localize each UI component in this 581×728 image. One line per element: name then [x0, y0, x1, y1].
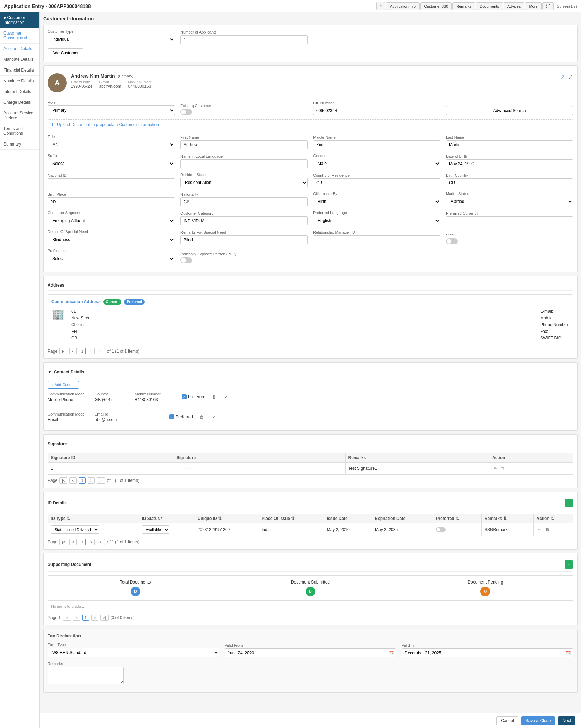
- tax-remarks-input[interactable]: [48, 667, 124, 684]
- sidebar-item-terms-conditions[interactable]: Terms and Conditions: [0, 123, 39, 139]
- id-type-select[interactable]: State Issued Drivers License: [51, 525, 99, 534]
- id-first-btn[interactable]: |<: [59, 539, 67, 545]
- save-close-button[interactable]: Save & Close: [521, 716, 555, 725]
- sort-icon4[interactable]: ⇅: [456, 516, 459, 521]
- sort-icon2[interactable]: ⇅: [218, 516, 222, 521]
- gender-select[interactable]: Male: [313, 159, 440, 168]
- tab-remarks[interactable]: Remarks: [452, 2, 475, 10]
- doc-next-btn[interactable]: >: [91, 615, 98, 621]
- toggle-switch[interactable]: [180, 109, 192, 115]
- country-residence-input[interactable]: [313, 178, 440, 187]
- customer-type-select[interactable]: Individual: [48, 35, 175, 44]
- suffix-select[interactable]: Select: [48, 159, 175, 168]
- cif-input[interactable]: [313, 106, 440, 115]
- valid-from-input[interactable]: [225, 648, 396, 657]
- pep-toggle-switch[interactable]: [180, 257, 192, 263]
- id-last-btn[interactable]: >|: [97, 539, 105, 545]
- sig-next-btn[interactable]: >: [88, 477, 95, 484]
- valid-from-calendar-icon[interactable]: 📅: [389, 651, 394, 655]
- firstname-input[interactable]: [180, 140, 308, 149]
- profession-select[interactable]: Select: [48, 254, 175, 263]
- birth-country-input[interactable]: [446, 178, 573, 187]
- num-applicants-input[interactable]: [180, 35, 308, 44]
- localname-input[interactable]: [180, 159, 308, 168]
- page-last-btn[interactable]: >|: [97, 348, 105, 354]
- segment-select[interactable]: Emerging Affluent: [48, 216, 175, 225]
- add-customer-button[interactable]: Add Customer: [48, 48, 83, 57]
- sig-last-btn[interactable]: >|: [97, 477, 105, 484]
- staff-toggle[interactable]: [446, 238, 573, 244]
- delete-id-btn[interactable]: 🗑: [544, 526, 551, 533]
- id-preferred-toggle[interactable]: [436, 527, 446, 532]
- tab-documents[interactable]: Documents: [476, 2, 503, 10]
- national-id-input[interactable]: [48, 178, 175, 187]
- sidebar-item-nominee-details[interactable]: Nominee Details: [0, 76, 39, 86]
- share-icon[interactable]: ↗: [560, 73, 565, 81]
- form-type-select[interactable]: W8-BEN Standard: [48, 648, 219, 657]
- lastname-input[interactable]: [446, 140, 573, 149]
- add-id-button[interactable]: +: [565, 499, 573, 507]
- category-input[interactable]: [180, 216, 308, 225]
- preferred-checkbox-2[interactable]: ✓: [169, 414, 174, 419]
- marital-status-select[interactable]: Married: [446, 197, 573, 206]
- pep-toggle[interactable]: [180, 257, 308, 263]
- add-contact-button[interactable]: + Add Contact: [48, 381, 79, 389]
- doc-first-btn[interactable]: |<: [63, 615, 71, 621]
- pref-lang-select[interactable]: English: [313, 216, 440, 225]
- tab-expand[interactable]: ⛶: [542, 2, 554, 10]
- sidebar-item-interest-details[interactable]: Interest Details: [0, 86, 39, 97]
- sidebar-item-financial-details[interactable]: Financial Details: [0, 65, 39, 76]
- birthplace-input[interactable]: [48, 197, 175, 206]
- edit-sig-btn[interactable]: ✏: [492, 465, 498, 472]
- dob-input[interactable]: [446, 159, 573, 168]
- sidebar-item-mandate-details[interactable]: Mandate Details: [0, 54, 39, 65]
- title-select[interactable]: Mr.: [48, 140, 175, 149]
- nationality-input[interactable]: [180, 197, 308, 206]
- doc-prev-btn[interactable]: <: [73, 615, 80, 621]
- tab-info-icon[interactable]: ℹ: [376, 2, 385, 10]
- special-need-select[interactable]: Blindness: [48, 235, 175, 244]
- tab-customer-360[interactable]: Customer 360: [420, 2, 452, 10]
- sort-icon5[interactable]: ⇅: [503, 516, 507, 521]
- address-menu[interactable]: ⋮: [563, 298, 569, 306]
- tab-more[interactable]: More: [525, 2, 541, 10]
- page-prev-btn[interactable]: <: [69, 348, 76, 354]
- sidebar-item-summary[interactable]: Summary: [0, 139, 39, 150]
- sort-icon[interactable]: ⇅: [67, 516, 70, 521]
- page-next-btn[interactable]: >: [88, 348, 95, 354]
- resident-status-select[interactable]: Resident Alien: [180, 178, 308, 187]
- existing-customer-toggle[interactable]: [180, 109, 308, 115]
- role-select[interactable]: Primary: [48, 105, 175, 115]
- sidebar-item-account-service[interactable]: Account Service Prefere...: [0, 108, 39, 123]
- rm-input[interactable]: [313, 235, 440, 244]
- confirm-contact-1-btn[interactable]: ✓: [223, 393, 229, 401]
- valid-till-input[interactable]: [402, 648, 573, 657]
- sig-first-btn[interactable]: |<: [59, 477, 67, 484]
- upload-section[interactable]: ⬆ Upload Document to prepopulate Custome…: [48, 119, 573, 130]
- delete-sig-btn[interactable]: 🗑: [499, 465, 506, 472]
- valid-till-calendar-icon[interactable]: 📅: [566, 651, 571, 655]
- tab-application-info[interactable]: Application Info: [386, 2, 420, 10]
- delete-contact-2-btn[interactable]: 🗑: [198, 413, 205, 421]
- staff-toggle-switch[interactable]: [446, 238, 458, 244]
- confirm-contact-2-btn[interactable]: ✓: [211, 413, 217, 421]
- preferred-checkbox-1[interactable]: ✓: [182, 394, 187, 399]
- id-prev-btn[interactable]: <: [69, 539, 76, 545]
- three-dot-icon[interactable]: ⋮: [563, 298, 569, 305]
- sort-icon6[interactable]: ⇅: [551, 516, 554, 521]
- advanced-search-button[interactable]: Advanced Search: [446, 106, 573, 115]
- doc-last-btn[interactable]: >|: [100, 615, 108, 621]
- delete-contact-1-btn[interactable]: 🗑: [211, 393, 218, 401]
- sig-prev-btn[interactable]: <: [69, 477, 76, 484]
- id-next-btn[interactable]: >: [88, 539, 95, 545]
- contact-chevron[interactable]: ▼: [48, 370, 52, 374]
- next-button[interactable]: Next: [558, 716, 575, 725]
- id-status-select[interactable]: Available: [142, 525, 169, 534]
- page-first-btn[interactable]: |<: [59, 348, 67, 354]
- edit-id-btn[interactable]: ✏: [536, 526, 543, 533]
- citizenship-select[interactable]: Birth: [313, 197, 440, 206]
- remarks-special-input[interactable]: [180, 235, 308, 244]
- sidebar-item-account-details[interactable]: Account Details: [0, 44, 39, 54]
- cancel-button[interactable]: Cancel: [496, 716, 518, 725]
- sidebar-item-customer-information[interactable]: ● Customer Information: [0, 12, 39, 28]
